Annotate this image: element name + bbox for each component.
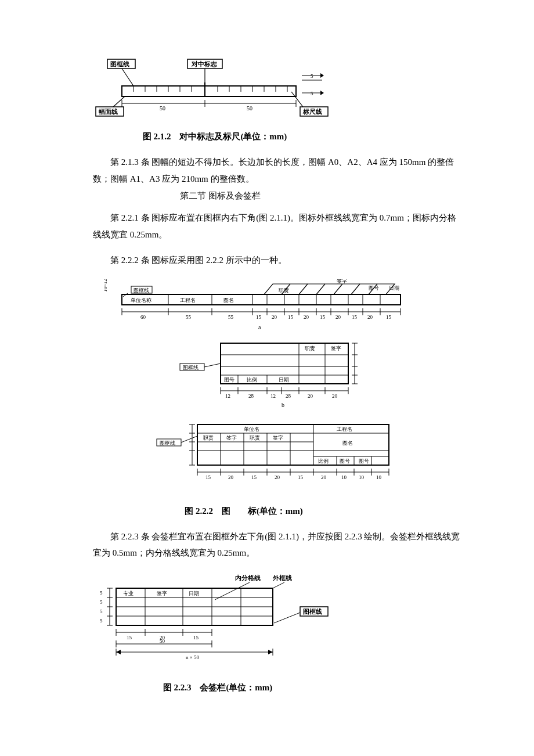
figure-2-2-3-caption: 图 2.2.3 会签栏(单位：mm): [93, 682, 342, 693]
dim-b1: 28: [248, 393, 254, 399]
dim-d0: 15: [127, 635, 132, 640]
h-223-0: 专业: [123, 591, 134, 596]
dim-c7: 10: [359, 474, 365, 480]
svg-line-34: [351, 284, 360, 294]
svg-line-31: [299, 284, 308, 294]
svg-line-27: [113, 96, 125, 107]
h-c2: 职责: [250, 435, 260, 441]
h-c3: 签字: [273, 435, 283, 441]
dim-a11: 15: [386, 314, 392, 320]
dim-a7: 15: [320, 314, 326, 320]
dim-50-left: 50: [160, 105, 165, 111]
label-frame-c: 图框线: [160, 440, 175, 446]
rd-1: 5: [100, 599, 103, 605]
label-num: 图号: [369, 285, 379, 291]
letter-b: b: [282, 402, 284, 408]
label-frame-223: 图框线: [303, 608, 322, 615]
fig222-variant-b: 职责 签字 图号 比例 日期 图框线 12 28 12 28 20: [180, 343, 358, 408]
paragraph-2-2-1: 第 2.2.1 条 图标应布置在图框内右下角(图 2.1.1)。图标外框线线宽宜…: [93, 210, 464, 243]
fig222-variant-a: 10~12 签字 图号 日期 职责: [104, 279, 400, 330]
dim-c2: 15: [251, 474, 257, 480]
dim-a9: 15: [352, 314, 358, 320]
r-c4: 图号: [359, 458, 369, 464]
dim-a1: 55: [186, 314, 192, 320]
cell-role: 职责: [305, 345, 315, 351]
dim-c0: 15: [205, 474, 211, 480]
rd-2: 5: [100, 609, 103, 614]
svg-line-121: [273, 582, 284, 588]
dim-b0: 12: [225, 393, 230, 399]
figure-2-2-3-drawing: 内分格线 外框线 专业 签字 日期 图框: [93, 572, 342, 679]
rd-3: 5: [100, 618, 103, 624]
label-unit: 单位名称: [131, 297, 151, 303]
label-proj: 工程名: [180, 297, 196, 303]
label-paper-line: 幅面线: [99, 108, 118, 115]
label-date: 日期: [389, 285, 399, 291]
paragraph-2-2-2: 第 2.2.2 条 图标应采用图 2.2.2 所示中的一种。: [93, 252, 464, 269]
h-c0: 职责: [203, 435, 214, 441]
rd-0: 5: [100, 590, 103, 596]
h-c1: 签字: [226, 435, 237, 441]
svg-rect-36: [122, 294, 400, 305]
dim-50-right: 50: [247, 105, 252, 111]
cell-num: 图号: [224, 377, 234, 383]
dim-c3: 20: [275, 474, 280, 480]
dim-d2: 15: [193, 635, 199, 640]
dim-total1: 50: [160, 638, 165, 644]
h-223-1: 签字: [157, 591, 167, 596]
label-ruler-line: 标尺线: [302, 108, 322, 115]
label-frame-b: 图框线: [183, 365, 199, 370]
label-role: 职责: [279, 287, 289, 293]
label-frame-line: 图框线: [110, 60, 129, 67]
figure-2-2-2: 10~12 签字 图号 日期 职责: [93, 279, 464, 517]
letter-a: a: [258, 324, 261, 330]
dim-c4: 15: [298, 474, 304, 480]
dim-h: 10~12: [104, 279, 108, 292]
label-center-mark: 对中标志: [191, 60, 218, 67]
paragraph-2-1-3: 第 2.1.3 条 图幅的短边不得加长。长边加长的长度，图幅 A0、A2、A4 …: [93, 154, 464, 187]
dim-tick-bottom: 5: [311, 91, 313, 96]
svg-line-33: [334, 284, 342, 294]
dim-a8: 20: [335, 314, 341, 320]
r-c2: 比例: [318, 458, 329, 464]
cell-date: 日期: [279, 377, 289, 383]
dim-a4: 20: [272, 314, 277, 320]
svg-line-73: [204, 363, 221, 367]
figure-2-2-3: 内分格线 外框线 专业 签字 日期 图框: [93, 572, 464, 693]
dim-a10: 20: [367, 314, 373, 320]
dim-c1: 20: [228, 474, 234, 480]
dim-b2: 12: [270, 393, 276, 399]
dim-b4: 20: [308, 393, 313, 399]
figure-2-1-2-drawing: 图框线 对中标志 5: [93, 58, 337, 128]
label-sig: 签字: [337, 279, 347, 284]
r-c0: 工程名: [337, 426, 352, 432]
svg-line-29: [291, 92, 303, 107]
dim-b3: 28: [286, 393, 291, 399]
label-frame: 图框线: [134, 287, 149, 293]
dim-a3: 15: [256, 314, 262, 320]
figure-2-2-2-drawing: 10~12 签字 图号 日期 职责: [104, 279, 406, 502]
r-c1: 图名: [342, 440, 353, 446]
svg-line-131: [274, 613, 300, 623]
dim-total2: n × 50: [186, 654, 200, 660]
label-unit-c: 单位名: [244, 426, 259, 432]
document-page: 图框线 对中标志 5: [0, 0, 534, 751]
label-outer-frame: 外框线: [272, 574, 292, 581]
dim-b5: 20: [332, 393, 338, 399]
figure-2-2-2-caption: 图 2.2.2 图 标(单位：mm): [93, 506, 395, 517]
r-c3: 图号: [340, 458, 350, 464]
cell-scale: 比例: [247, 377, 257, 383]
dim-c6: 10: [341, 474, 347, 480]
dim-c8: 10: [376, 474, 382, 480]
cell-sig: 签字: [331, 345, 341, 351]
svg-rect-6: [122, 86, 296, 96]
svg-line-102: [181, 436, 197, 442]
paragraph-2-2-3: 第 2.2.3 条 会签栏宜布置在图框外左下角(图 2.1.1)，并应按图 2.…: [93, 528, 464, 561]
figure-2-1-2-caption: 图 2.1.2 对中标志及标尺(单位：mm): [93, 131, 337, 142]
dim-a5: 15: [288, 314, 294, 320]
fig222-variant-c: 单位名 职责 签字 职责 签字 工程名 图名 比例 图号 图号 图框线: [157, 424, 389, 480]
label-inner-grid: 内分格线: [235, 574, 261, 581]
svg-line-2: [122, 69, 134, 86]
h-223-2: 日期: [189, 591, 199, 596]
section-2-title: 第二节 图标及会签栏: [180, 190, 464, 201]
